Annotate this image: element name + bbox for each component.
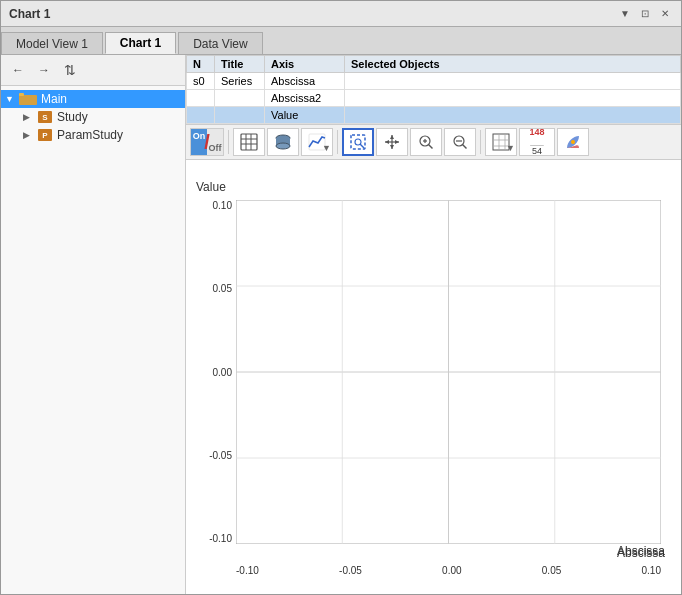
expander-paramstudy: ▶ (23, 130, 37, 140)
svg-marker-21 (390, 135, 394, 139)
x-axis-label-text: Abscissa (617, 546, 665, 560)
cell-title-2 (215, 90, 265, 107)
cell-axis-abscissa2: Abscissa2 (265, 90, 345, 107)
colors-button[interactable] (557, 128, 589, 156)
title-bar-controls: ▼ ⊡ ✕ (617, 6, 673, 22)
y-tick-1: 0.05 (190, 283, 236, 294)
zoom-out-button[interactable] (444, 128, 476, 156)
x-tick-2: 0.00 (442, 565, 461, 576)
svg-text:P: P (42, 131, 48, 140)
col-selected-objects: Selected Objects (345, 56, 681, 73)
zoom-in-button[interactable] (410, 128, 442, 156)
cell-selected-objects-3 (345, 107, 681, 124)
points-button[interactable]: 148 ___ 54 (519, 128, 555, 156)
chart-toolbar: On Off / (186, 125, 681, 160)
cylinder-button[interactable] (267, 128, 299, 156)
dock-button[interactable]: ⊡ (637, 6, 653, 22)
svg-point-14 (276, 143, 290, 149)
tab-data-view[interactable]: Data View (178, 32, 262, 54)
cell-axis-abscissa: Abscissa (265, 73, 345, 90)
svg-marker-24 (395, 140, 399, 144)
tree-item-main[interactable]: ▼ Main (1, 90, 185, 108)
svg-rect-2 (19, 93, 24, 96)
table-row[interactable]: s0 Series Abscissa (187, 73, 681, 90)
sort-button[interactable]: ⇅ (59, 59, 81, 81)
pin-button[interactable]: ▼ (617, 6, 633, 22)
x-tick-0: -0.10 (236, 565, 259, 576)
tree-label-paramstudy: ParamStudy (57, 128, 123, 142)
chart-area: N Title Axis Selected Objects s0 Series … (186, 55, 681, 594)
svg-text:S: S (42, 113, 48, 122)
tree-item-paramstudy[interactable]: ▶ P ParamStudy (19, 126, 185, 144)
col-axis: Axis (265, 56, 345, 73)
svg-line-26 (429, 145, 433, 149)
cell-axis-value: Value (265, 107, 345, 124)
svg-marker-22 (390, 145, 394, 149)
window-title: Chart 1 (9, 7, 50, 21)
sidebar: ← → ⇅ ▼ Main (1, 55, 186, 594)
zoom-box-icon (349, 133, 367, 151)
title-bar: Chart 1 ▼ ⊡ ✕ (1, 1, 681, 27)
close-button[interactable]: ✕ (657, 6, 673, 22)
tree-label-main: Main (41, 92, 67, 106)
main-window: Chart 1 ▼ ⊡ ✕ Model View 1 Chart 1 Data … (0, 0, 682, 595)
x-tick-3: 0.05 (542, 565, 561, 576)
cursor-icon (383, 133, 401, 151)
expander-study: ▶ (23, 112, 37, 122)
tree-item-study[interactable]: ▶ S Study (19, 108, 185, 126)
points-divider: ___ (530, 138, 543, 146)
cell-n-3 (187, 107, 215, 124)
y-tick-2: 0.00 (190, 367, 236, 378)
svg-marker-23 (385, 140, 389, 144)
table-button[interactable] (233, 128, 265, 156)
sidebar-toolbar: ← → ⇅ (1, 55, 185, 86)
svg-point-37 (571, 140, 575, 144)
col-title: Title (215, 56, 265, 73)
forward-button[interactable]: → (33, 59, 55, 81)
grid-arrow: ▼ (506, 143, 515, 153)
series-table: N Title Axis Selected Objects s0 Series … (186, 55, 681, 125)
colors-icon (564, 133, 582, 151)
tree-child-paramstudy: ▶ P ParamStudy (1, 126, 185, 144)
x-axis-labels: -0.10 -0.05 0.00 0.05 0.10 (236, 565, 661, 576)
grid-button[interactable]: ▼ (485, 128, 517, 156)
col-n: N (187, 56, 215, 73)
table-row-selected[interactable]: Value (187, 107, 681, 124)
curve-arrow: ▼ (322, 143, 331, 153)
on-off-button[interactable]: On Off / (190, 128, 224, 156)
tab-model-view[interactable]: Model View 1 (1, 32, 103, 54)
points-bottom: 54 (532, 146, 542, 157)
cell-selected-objects (345, 73, 681, 90)
tree-label-study: Study (57, 110, 88, 124)
table-icon (240, 133, 258, 151)
y-tick-0: 0.10 (190, 200, 236, 211)
cell-n: s0 (187, 73, 215, 90)
zoom-out-icon (451, 133, 469, 151)
tree-child-study: ▶ S Study (1, 108, 185, 126)
table-row[interactable]: Abscissa2 (187, 90, 681, 107)
svg-line-18 (360, 144, 364, 148)
x-tick-4: 0.10 (642, 565, 661, 576)
x-tick-1: -0.05 (339, 565, 362, 576)
cell-n-2 (187, 90, 215, 107)
cell-selected-objects-2 (345, 90, 681, 107)
zoom-in-icon (417, 133, 435, 151)
y-tick-3: -0.05 (190, 450, 236, 461)
main-content: ← → ⇅ ▼ Main (1, 55, 681, 594)
y-axis-labels: 0.10 0.05 0.00 -0.05 -0.10 (190, 200, 236, 544)
tab-chart[interactable]: Chart 1 (105, 32, 176, 54)
back-button[interactable]: ← (7, 59, 29, 81)
sidebar-tree: ▼ Main ▶ S (1, 86, 185, 594)
cell-title: Series (215, 73, 265, 90)
toolbar-divider-2 (337, 130, 338, 154)
toolbar-divider-3 (480, 130, 481, 154)
curve-button[interactable]: ▼ (301, 128, 333, 156)
zoom-box-button[interactable] (342, 128, 374, 156)
tab-bar: Model View 1 Chart 1 Data View (1, 27, 681, 55)
cursor-button[interactable] (376, 128, 408, 156)
y-tick-4: -0.10 (190, 533, 236, 544)
study-icon: S (37, 110, 53, 124)
cylinder-icon (274, 133, 292, 151)
grid-svg (236, 200, 661, 544)
toolbar-divider-1 (228, 130, 229, 154)
